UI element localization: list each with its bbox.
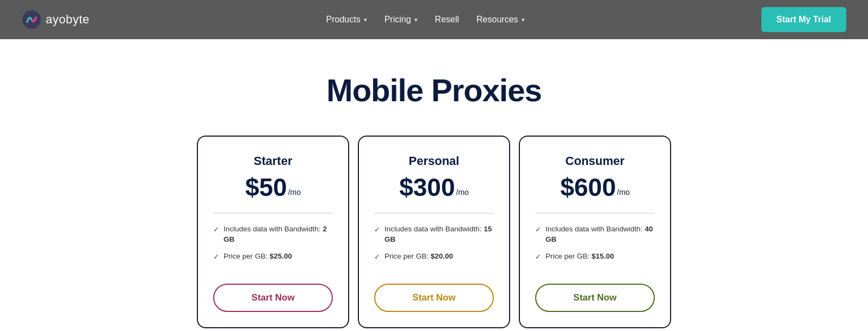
card-personal-title: Personal	[409, 154, 460, 168]
card-personal-features: ✓ Includes data with Bandwidth: 15 GB ✓ …	[374, 224, 494, 268]
card-starter-per: /mo	[288, 188, 301, 197]
chevron-down-icon: ▾	[522, 16, 525, 23]
card-starter-price: $50	[245, 175, 287, 200]
chevron-down-icon: ▾	[414, 16, 418, 23]
check-icon: ✓	[213, 252, 219, 262]
check-icon: ✓	[535, 252, 541, 262]
main-content: Mobile Proxies Starter $50 /mo ✓ Include…	[0, 39, 868, 331]
list-item: ✓ Includes data with Bandwidth: 15 GB	[374, 224, 494, 245]
nav-center: Products ▾ Pricing ▾ Resell Resources ▾	[326, 15, 525, 24]
nav-products[interactable]: Products ▾	[326, 15, 367, 24]
list-item: ✓ Includes data with Bandwidth: 2 GB	[213, 224, 333, 245]
logo-area: ayobyte	[22, 10, 90, 29]
nav-resources[interactable]: Resources ▾	[476, 15, 524, 24]
ayobyte-logo-icon	[22, 10, 41, 29]
card-consumer-divider	[535, 213, 655, 213]
check-icon: ✓	[374, 225, 380, 235]
card-starter: Starter $50 /mo ✓ Includes data with Ban…	[197, 136, 349, 328]
list-item: ✓ Price per GB: $20.00	[374, 252, 494, 262]
card-starter-price-row: $50 /mo	[245, 175, 301, 200]
card-starter-title: Starter	[254, 154, 293, 168]
card-consumer-features: ✓ Includes data with Bandwidth: 40 GB ✓ …	[535, 224, 655, 268]
start-trial-button[interactable]: Start My Trial	[761, 7, 846, 32]
card-consumer: Consumer $600 /mo ✓ Includes data with B…	[519, 136, 671, 328]
card-consumer-per: /mo	[617, 188, 630, 197]
page-title: Mobile Proxies	[11, 72, 857, 108]
chevron-down-icon: ▾	[364, 16, 367, 23]
nav-right: Start My Trial	[761, 7, 846, 32]
card-personal-per: /mo	[456, 188, 469, 197]
card-consumer-price: $600	[560, 175, 616, 200]
card-personal-price-row: $300 /mo	[399, 175, 469, 200]
pricing-cards: Starter $50 /mo ✓ Includes data with Ban…	[11, 136, 857, 328]
nav-resell[interactable]: Resell	[435, 15, 459, 24]
consumer-start-now-button[interactable]: Start Now	[535, 284, 655, 312]
starter-start-now-button[interactable]: Start Now	[213, 284, 333, 312]
check-icon: ✓	[535, 225, 541, 235]
navbar: ayobyte Products ▾ Pricing ▾ Resell Reso…	[0, 0, 868, 39]
personal-start-now-button[interactable]: Start Now	[374, 284, 494, 312]
card-personal-price: $300	[399, 175, 455, 200]
card-consumer-title: Consumer	[566, 154, 625, 168]
list-item: ✓ Price per GB: $25.00	[213, 252, 333, 262]
card-starter-features: ✓ Includes data with Bandwidth: 2 GB ✓ P…	[213, 224, 333, 268]
check-icon: ✓	[374, 252, 380, 262]
list-item: ✓ Price per GB: $15.00	[535, 252, 655, 262]
card-personal-divider	[374, 213, 494, 213]
list-item: ✓ Includes data with Bandwidth: 40 GB	[535, 224, 655, 245]
nav-pricing[interactable]: Pricing ▾	[385, 15, 418, 24]
card-personal: Personal $300 /mo ✓ Includes data with B…	[358, 136, 510, 328]
check-icon: ✓	[213, 225, 219, 235]
logo-text: ayobyte	[46, 13, 90, 27]
card-consumer-price-row: $600 /mo	[560, 175, 630, 200]
card-starter-divider	[213, 213, 333, 213]
